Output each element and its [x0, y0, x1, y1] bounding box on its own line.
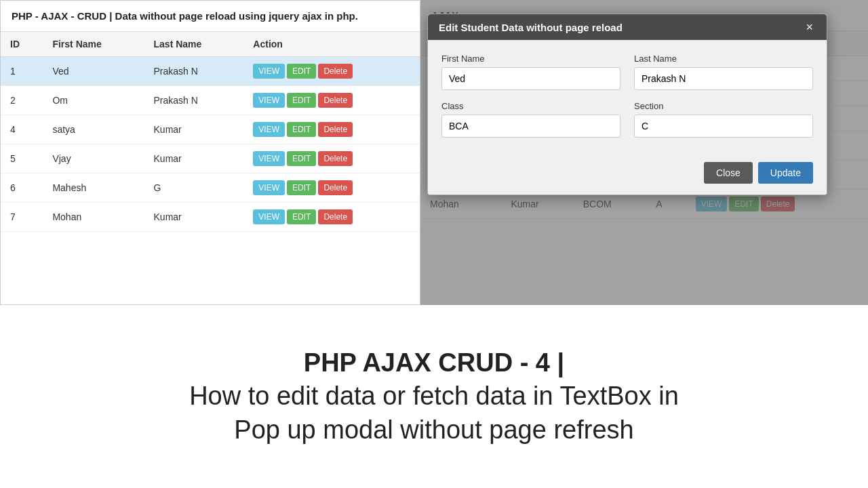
bottom-line2: How to edit data or fetch data in TextBo… [189, 380, 679, 413]
cell-id: 5 [1, 144, 43, 174]
cell-first-name: Mahesh [43, 174, 144, 203]
cell-last-name: Prakash N [144, 86, 244, 115]
form-group-section: Section [634, 101, 813, 138]
last-name-input[interactable] [634, 67, 813, 90]
cell-id: 7 [1, 203, 43, 232]
view-button[interactable]: VIEW [253, 122, 285, 137]
cell-first-name: Ved [43, 57, 144, 86]
cell-last-name: Kumar [144, 144, 244, 174]
col-last-name: Last Name [144, 32, 244, 57]
view-button[interactable]: VIEW [253, 151, 285, 166]
form-row-name: First Name Last Name [441, 54, 813, 90]
cell-last-name: Kumar [144, 115, 244, 144]
modal-close-x-button[interactable]: × [803, 21, 816, 33]
section-label: Section [634, 101, 813, 111]
table-row: 1 Ved Prakash N VIEW EDIT Delete [1, 57, 420, 86]
delete-button[interactable]: Delete [318, 122, 353, 137]
cell-first-name: Om [43, 86, 144, 115]
last-name-label: Last Name [634, 54, 813, 64]
class-input[interactable] [441, 115, 620, 138]
col-first-name: First Name [43, 32, 144, 57]
table-row: 4 satya Kumar VIEW EDIT Delete [1, 115, 420, 144]
view-button[interactable]: VIEW [253, 64, 285, 79]
view-button[interactable]: VIEW [253, 209, 285, 224]
students-table: ID First Name Last Name Action 1 Ved Pra… [1, 32, 420, 232]
first-name-label: First Name [441, 54, 620, 64]
modal-close-button[interactable]: Close [704, 162, 753, 184]
modal-title: Edit Student Data without page reload [439, 22, 623, 33]
cell-first-name: satya [43, 115, 144, 144]
cell-action: VIEW EDIT Delete [243, 115, 420, 144]
cell-first-name: Mohan [43, 203, 144, 232]
view-button[interactable]: VIEW [253, 93, 285, 108]
class-label: Class [441, 101, 620, 111]
cell-action: VIEW EDIT Delete [243, 86, 420, 115]
bottom-line1: PHP AJAX CRUD - 4 | [304, 346, 564, 380]
cell-last-name: Prakash N [144, 57, 244, 86]
delete-button[interactable]: Delete [318, 180, 353, 195]
modal-footer: Close Update [428, 155, 827, 195]
first-name-input[interactable] [441, 67, 620, 90]
delete-button[interactable]: Delete [318, 151, 353, 166]
cell-last-name: G [144, 174, 244, 203]
cell-id: 4 [1, 115, 43, 144]
cell-action: VIEW EDIT Delete [243, 144, 420, 174]
col-id: ID [1, 32, 43, 57]
cell-id: 2 [1, 86, 43, 115]
delete-button[interactable]: Delete [318, 64, 353, 79]
form-group-last-name: Last Name [634, 54, 813, 90]
form-group-first-name: First Name [441, 54, 620, 90]
cell-first-name: Vjay [43, 144, 144, 174]
modal-update-button[interactable]: Update [758, 162, 813, 184]
edit-modal: Edit Student Data without page reload × … [427, 14, 827, 195]
table-row: 6 Mahesh G VIEW EDIT Delete [1, 174, 420, 203]
section-input[interactable] [634, 115, 813, 138]
edit-button[interactable]: EDIT [287, 151, 316, 166]
modal-body: First Name Last Name Class Section [428, 40, 827, 155]
modal-header: Edit Student Data without page reload × [428, 14, 827, 40]
table-row: 5 Vjay Kumar VIEW EDIT Delete [1, 144, 420, 174]
delete-button[interactable]: Delete [318, 93, 353, 108]
right-panel: AJAX First N Ved Om [420, 0, 868, 305]
cell-id: 1 [1, 57, 43, 86]
cell-action: VIEW EDIT Delete [243, 57, 420, 86]
cell-action: VIEW EDIT Delete [243, 203, 420, 232]
cell-action: VIEW EDIT Delete [243, 174, 420, 203]
edit-button[interactable]: EDIT [287, 93, 316, 108]
edit-button[interactable]: EDIT [287, 122, 316, 137]
left-panel-header: PHP - AJAX - CRUD | Data without page re… [1, 1, 420, 32]
table-row: 7 Mohan Kumar VIEW EDIT Delete [1, 203, 420, 232]
form-row-class: Class Section [441, 101, 813, 138]
edit-button[interactable]: EDIT [287, 64, 316, 79]
col-action: Action [243, 32, 420, 57]
table-row: 2 Om Prakash N VIEW EDIT Delete [1, 86, 420, 115]
edit-button[interactable]: EDIT [287, 209, 316, 224]
view-button[interactable]: VIEW [253, 180, 285, 195]
cell-last-name: Kumar [144, 203, 244, 232]
cell-id: 6 [1, 174, 43, 203]
left-panel: PHP - AJAX - CRUD | Data without page re… [0, 0, 420, 305]
delete-button[interactable]: Delete [318, 209, 353, 224]
edit-button[interactable]: EDIT [287, 180, 316, 195]
form-group-class: Class [441, 101, 620, 138]
bottom-area: PHP AJAX CRUD - 4 | How to edit data or … [0, 305, 868, 488]
bottom-line3: Pop up modal without page refresh [234, 413, 633, 447]
